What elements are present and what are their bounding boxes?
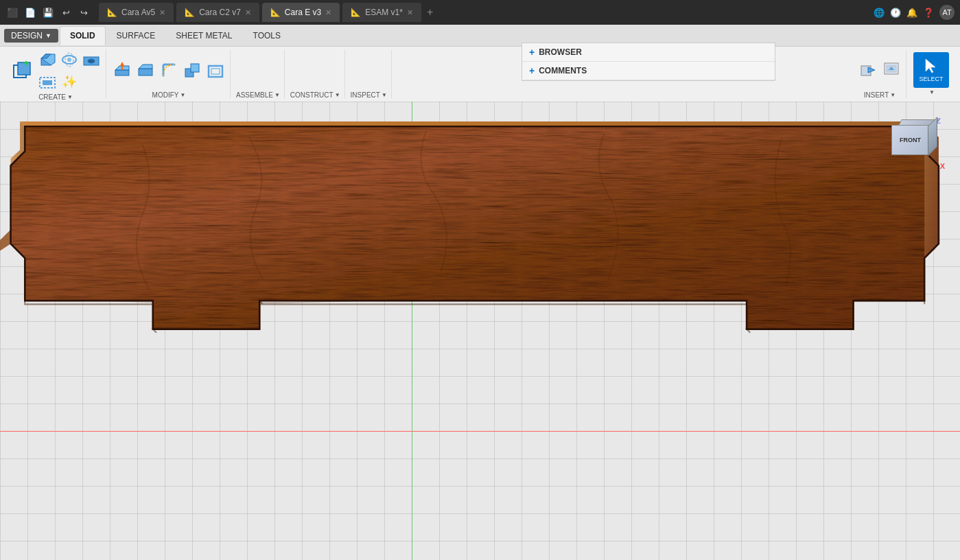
cube-front-face[interactable]: FRONT xyxy=(891,125,929,155)
title-bar: ⬛ 📄 💾 ↩ ↪ 📐 Cara Av5 ✕ 📐 Cara C2 v7 ✕ 📐 … xyxy=(0,0,960,25)
insert-icons xyxy=(858,49,902,90)
tab-surface[interactable]: SURFACE xyxy=(107,26,165,45)
insert-canvas-button[interactable] xyxy=(881,60,902,80)
tab-esam[interactable]: 📐 ESAM v1* ✕ xyxy=(342,3,421,22)
modify-group: MODIFY ▼ xyxy=(108,49,231,99)
assemble-group: ASSEMBLE ▼ xyxy=(232,49,285,99)
modify-label[interactable]: MODIFY ▼ xyxy=(152,91,186,99)
svg-rect-21 xyxy=(191,64,199,72)
select-label-below: ▼ xyxy=(928,89,935,95)
history-icon[interactable]: 🕐 xyxy=(890,8,901,18)
tab-icon: 📐 xyxy=(270,8,281,17)
fillet-button[interactable] xyxy=(159,60,179,80)
help-icon[interactable]: ❓ xyxy=(923,8,934,18)
tab-cara-e[interactable]: 📐 Cara E v3 ✕ xyxy=(262,3,340,22)
x-axis-label: X xyxy=(940,162,945,170)
save-icon[interactable]: 💾 xyxy=(41,5,55,19)
comments-expand-icon: + xyxy=(529,65,535,76)
tab-label: Cara Av5 xyxy=(121,8,155,17)
select-button[interactable]: SELECT xyxy=(913,52,949,88)
svg-rect-23 xyxy=(211,69,220,74)
ribbon-tools-row: ✨ CREATE ▼ xyxy=(0,47,960,102)
browser-label: BROWSER xyxy=(539,47,582,57)
app-icon: ⬛ xyxy=(5,5,19,19)
redo-icon[interactable]: ↪ xyxy=(77,5,91,19)
tab-close-icon[interactable]: ✕ xyxy=(159,8,165,17)
title-bar-right: 🌐 🕐 🔔 ❓ AT xyxy=(874,5,955,20)
ribbon: DESIGN ▼ SOLID SURFACE SHEET METAL TOOLS xyxy=(0,25,960,102)
svg-marker-17 xyxy=(120,62,124,66)
svg-rect-22 xyxy=(209,66,222,77)
viewport[interactable]: Z FRONT X xyxy=(0,102,960,560)
tab-close-icon[interactable]: ✕ xyxy=(245,8,251,17)
inspect-label[interactable]: INSPECT ▼ xyxy=(351,91,387,99)
press-pull-button[interactable] xyxy=(135,60,156,80)
construct-label[interactable]: CONSTRUCT ▼ xyxy=(290,91,340,99)
tab-icon: 📐 xyxy=(351,8,361,17)
svg-rect-13 xyxy=(43,80,52,85)
browser-comments-panel: + BROWSER + COMMENTS xyxy=(522,43,775,81)
svg-rect-14 xyxy=(115,70,129,75)
extrude-button[interactable] xyxy=(37,49,58,70)
create-group: ✨ CREATE ▼ xyxy=(5,49,106,99)
tab-solid[interactable]: SOLID xyxy=(60,26,106,45)
undo-icon[interactable]: ↩ xyxy=(59,5,73,19)
modify-icons xyxy=(112,49,226,90)
assemble-label[interactable]: ASSEMBLE ▼ xyxy=(236,91,280,99)
svg-point-9 xyxy=(67,58,71,62)
user-avatar[interactable]: AT xyxy=(939,5,955,20)
combine-button[interactable] xyxy=(182,60,202,80)
browser-expand-icon: + xyxy=(529,47,535,58)
insert-derive-button[interactable] xyxy=(858,60,878,80)
boundary-fill-button[interactable] xyxy=(37,71,58,92)
notifications-icon[interactable]: 🔔 xyxy=(906,8,917,18)
tab-label: ESAM v1* xyxy=(365,8,403,17)
browser-panel-item[interactable]: + BROWSER xyxy=(522,43,775,62)
design-dropdown-icon: ▼ xyxy=(45,32,51,39)
create-label[interactable]: CREATE ▼ xyxy=(38,93,73,101)
tab-icon: 📐 xyxy=(185,8,195,17)
window-controls: ⬛ 📄 💾 ↩ ↪ xyxy=(5,5,91,19)
tab-sheet-metal[interactable]: SHEET METAL xyxy=(166,26,242,45)
tab-tools[interactable]: TOOLS xyxy=(244,26,290,45)
inspect-group: INSPECT ▼ xyxy=(347,49,392,99)
svg-point-11 xyxy=(88,59,95,63)
tab-cara-av5[interactable]: 📐 Cara Av5 ✕ xyxy=(99,3,174,22)
construct-group: CONSTRUCT ▼ xyxy=(286,49,345,99)
comments-label: COMMENTS xyxy=(539,66,587,75)
view-cube[interactable]: Z FRONT X xyxy=(891,115,946,170)
modify-dropdown-arrow: ▼ xyxy=(180,92,185,98)
revolve-button[interactable] xyxy=(59,49,80,70)
tab-cara-c2[interactable]: 📐 Cara C2 v7 ✕ xyxy=(176,3,259,22)
insert-label[interactable]: INSERT ▼ xyxy=(864,91,895,99)
sparkle-button[interactable]: ✨ xyxy=(59,71,80,92)
tab-close-icon[interactable]: ✕ xyxy=(325,8,331,17)
add-tab-button[interactable]: + xyxy=(427,6,433,19)
shell-button[interactable] xyxy=(205,60,226,80)
tab-icon: 📐 xyxy=(107,8,117,17)
tab-label: Cara C2 v7 xyxy=(199,8,241,17)
hole-button[interactable] xyxy=(81,49,102,70)
insert-group: INSERT ▼ xyxy=(854,49,906,99)
comments-panel-item[interactable]: + COMMENTS xyxy=(522,62,775,80)
create-icons: ✨ xyxy=(10,49,102,92)
new-file-icon[interactable]: 📄 xyxy=(23,5,37,19)
select-group: SELECT ▼ xyxy=(908,49,955,99)
new-component-button[interactable] xyxy=(10,58,34,83)
svg-marker-25 xyxy=(868,67,875,73)
svg-marker-19 xyxy=(139,65,152,69)
push-pull-button[interactable] xyxy=(112,60,132,80)
design-button[interactable]: DESIGN ▼ xyxy=(4,29,58,43)
svg-rect-18 xyxy=(139,69,152,75)
create-dropdown-arrow: ▼ xyxy=(67,94,73,100)
wood-panel-object xyxy=(0,102,960,460)
tab-label: Cara E v3 xyxy=(285,8,321,17)
design-label: DESIGN xyxy=(11,31,43,40)
cloud-icon[interactable]: 🌐 xyxy=(874,8,885,18)
tab-close-icon[interactable]: ✕ xyxy=(407,8,413,17)
svg-rect-1 xyxy=(18,62,30,75)
ribbon-tab-row: DESIGN ▼ SOLID SURFACE SHEET METAL TOOLS xyxy=(0,25,960,47)
